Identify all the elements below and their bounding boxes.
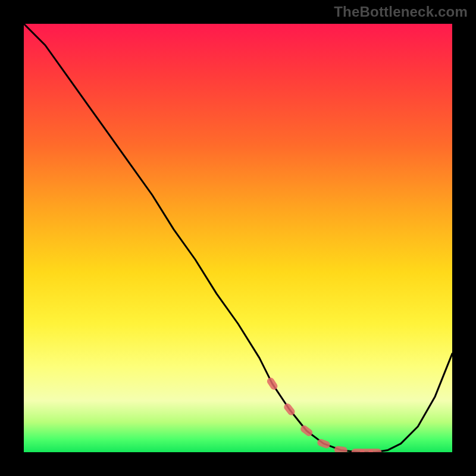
- optimal-marker: [368, 449, 381, 452]
- curve-path: [24, 24, 452, 452]
- optimal-marker: [334, 446, 347, 452]
- watermark-label: TheBottleneck.com: [334, 4, 468, 20]
- optimal-zone-markers: [266, 376, 382, 452]
- optimal-marker: [266, 376, 279, 391]
- chart-frame: TheBottleneck.com: [0, 0, 476, 476]
- bottleneck-curve: [24, 24, 452, 452]
- chart-plot-area: [24, 24, 452, 452]
